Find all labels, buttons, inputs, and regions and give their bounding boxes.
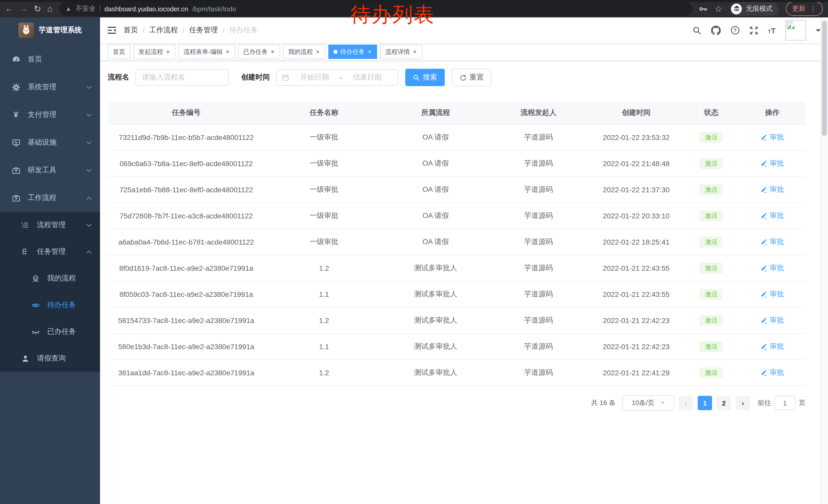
tab-待办任务[interactable]: 待办任务× [328, 45, 377, 59]
approve-link[interactable]: 审批 [760, 316, 784, 325]
sidebar-item-my-process[interactable]: 我的流程 [0, 265, 100, 292]
fullscreen-icon[interactable] [749, 26, 758, 35]
user-avatar[interactable] [785, 20, 806, 41]
cell-process: 测试多审批人 [383, 255, 488, 281]
close-tab-icon[interactable]: × [225, 48, 230, 55]
search-icon[interactable] [692, 26, 701, 35]
close-tab-icon[interactable]: × [316, 48, 320, 55]
cell-process: 测试多审批人 [383, 360, 488, 386]
sidebar-logo-bar[interactable]: 芋道管理系统 [0, 17, 100, 43]
close-tab-icon[interactable]: × [166, 48, 170, 55]
cell-action: 审批 [739, 333, 805, 360]
cell-status: 激活 [683, 307, 739, 333]
search-button[interactable]: 搜索 [405, 69, 445, 86]
reset-button[interactable]: 重置 [452, 69, 492, 86]
help-question-icon[interactable]: ? [730, 26, 740, 35]
sidebar-collapse-icon[interactable] [100, 17, 124, 43]
sidebar-item-task-mgmt[interactable]: 任务管理 [0, 238, 100, 265]
tab-流程详情[interactable]: 流程详情× [380, 45, 422, 59]
date-range-picker[interactable]: 开始日期 - 结束日期 [276, 69, 398, 86]
cell-initiator: 芋道源码 [488, 333, 589, 360]
breadcrumb-item[interactable]: 工作流程 [149, 26, 178, 35]
cell-created: 2022-01-22 18:25:41 [589, 229, 683, 255]
page-button-1[interactable]: 1 [698, 396, 712, 410]
sidebar-item-leave-query[interactable]: 请假查询 [0, 345, 100, 372]
approve-link[interactable]: 审批 [760, 159, 784, 168]
tab-首页[interactable]: 首页 [108, 45, 130, 59]
cell-process: 测试多审批人 [383, 307, 488, 333]
page-size-select[interactable]: 10条/页 [622, 395, 674, 411]
approve-link-label: 审批 [770, 263, 784, 273]
browser-back-icon[interactable]: ← [5, 5, 13, 13]
tab-流程表单-编辑[interactable]: 流程表单-编辑× [178, 45, 235, 59]
approve-link[interactable]: 审批 [760, 185, 784, 194]
page-button-2[interactable]: 2 [717, 396, 731, 410]
table-row: 8f0d1619-7ac8-11ec-a9e2-a2380e71991a1.2测… [108, 255, 805, 281]
browser-forward-icon[interactable]: → [19, 5, 28, 13]
next-page-button[interactable]: › [736, 396, 750, 410]
bookmark-star-icon[interactable]: ☆ [715, 4, 722, 13]
tab-label: 发起流程 [138, 47, 163, 56]
sidebar-item-label: 待办任务 [47, 301, 100, 310]
goto-page-input[interactable]: 1 [775, 396, 795, 410]
approve-link[interactable]: 审批 [760, 133, 784, 142]
breadcrumb-item[interactable]: 任务管理 [189, 26, 218, 35]
tab-发起流程[interactable]: 发起流程× [133, 45, 175, 59]
tab-我的流程[interactable]: 我的流程× [283, 45, 325, 59]
sidebar-item-infrastructure[interactable]: 基础设施 [0, 129, 100, 156]
close-tab-icon[interactable]: × [412, 48, 417, 55]
create-time-label: 创建时间 [241, 73, 270, 82]
sidebar-item-home[interactable]: 首页 [0, 46, 100, 73]
github-icon[interactable] [711, 26, 720, 35]
key-icon[interactable] [699, 4, 707, 13]
browser-home-icon[interactable]: ⌂ [47, 4, 53, 13]
sidebar-item-system-mgmt[interactable]: 系统管理 [0, 73, 100, 101]
browser-menu-kebab-icon[interactable]: ⋮ [810, 5, 817, 12]
table-row: 580e1b3d-7ac8-11ec-a9e2-a2380e71991a1.1测… [108, 333, 805, 360]
breadcrumb-item[interactable]: 首页 [124, 26, 138, 35]
page-scrollbar-thumb[interactable] [822, 20, 827, 136]
sidebar-item-done-task[interactable]: 已办任务 [0, 318, 100, 345]
user-icon [20, 354, 30, 363]
sidebar-item-dev-tools[interactable]: 研发工具 [0, 156, 100, 184]
tab-label: 流程表单-编辑 [184, 47, 223, 56]
status-badge: 激活 [700, 132, 722, 142]
process-name-input[interactable]: 请输入流程名 [135, 69, 229, 86]
browser-update-chip[interactable]: 更新 ⋮ [786, 2, 823, 16]
sidebar-item-payment-mgmt[interactable]: ¥支付管理 [0, 101, 100, 129]
approve-link[interactable]: 审批 [760, 263, 784, 273]
sidebar-item-todo-task[interactable]: 待办任务 [0, 292, 100, 318]
approve-link[interactable]: 审批 [760, 237, 784, 246]
status-badge: 激活 [700, 315, 722, 326]
end-date-placeholder: 结束日期 [353, 73, 382, 82]
column-header: 状态 [683, 101, 739, 124]
sidebar-item-label: 首页 [28, 55, 100, 64]
page-scrollbar-track [820, 17, 828, 504]
close-tab-icon[interactable]: × [367, 48, 372, 55]
cell-name: 1.2 [265, 360, 383, 386]
browser-reload-icon[interactable]: ↻ [34, 4, 41, 13]
approve-link[interactable]: 审批 [760, 211, 784, 220]
close-tab-icon[interactable]: × [271, 48, 275, 55]
prev-page-button[interactable]: ‹ [679, 396, 693, 410]
avatar-caret-down-icon[interactable] [816, 29, 821, 34]
approve-link[interactable]: 审批 [760, 368, 784, 377]
approve-link[interactable]: 审批 [760, 289, 784, 299]
sidebar-item-label: 基础设施 [28, 138, 86, 147]
approve-link[interactable]: 审批 [760, 342, 784, 351]
sidebar-item-process-mgmt[interactable]: 流程管理 [0, 212, 100, 238]
approve-link-label: 审批 [770, 159, 784, 168]
tab-已办任务[interactable]: 已办任务× [238, 45, 280, 59]
sidebar-item-workflow[interactable]: 工作流程 [0, 184, 100, 212]
chevron-down-icon [86, 113, 92, 117]
sidebar-item-label: 请假查询 [37, 354, 100, 363]
calendar-icon [282, 74, 289, 81]
browser-actions: ☆ 无痕模式 更新 ⋮ [699, 2, 823, 16]
incognito-badge: 无痕模式 [730, 2, 779, 16]
app-shell: 芋道管理系统 首页系统管理¥支付管理基础设施研发工具工作流程流程管理任务管理我的… [0, 17, 828, 504]
pagination: 共 16 条 10条/页 ‹ 12 › 前往 1 页 [108, 395, 805, 411]
font-size-icon[interactable]: TT [768, 27, 776, 34]
url-divider [100, 5, 100, 12]
status-badge: 激活 [700, 211, 722, 221]
cell-initiator: 芋道源码 [488, 281, 589, 307]
